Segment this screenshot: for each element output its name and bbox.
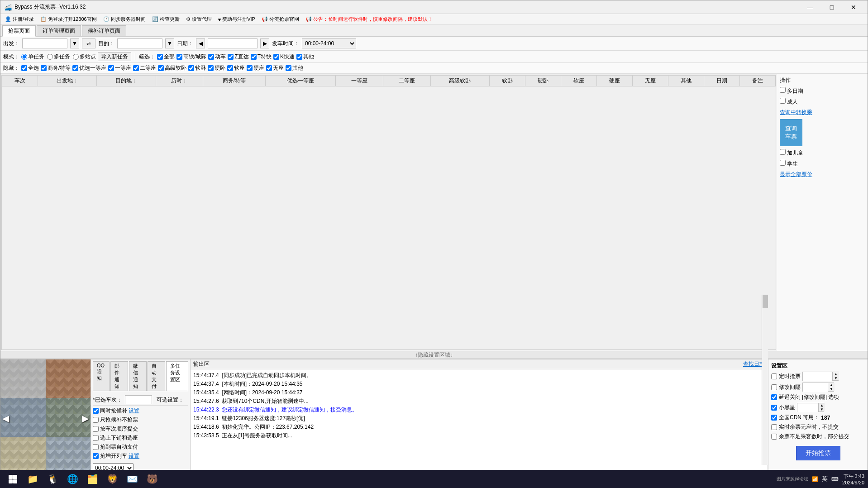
menu-setproxy[interactable]: ⚙ 设置代理: [183, 15, 215, 24]
filter-other-label[interactable]: 其他: [296, 53, 314, 61]
menu-help[interactable]: ♥ 赞助与注册VIP: [215, 15, 258, 24]
add-child-checkbox[interactable]: [780, 149, 786, 155]
filter-gaotie-checkbox[interactable]: [176, 54, 182, 60]
mail-btn[interactable]: ✉️: [123, 471, 141, 487]
order-submit-cb[interactable]: [93, 426, 99, 432]
menu-checkupdate[interactable]: 🔄 检查更新: [149, 15, 182, 24]
date-next-btn[interactable]: ▶: [260, 38, 269, 48]
simu-buy-label[interactable]: 同时抢候补 设置: [93, 407, 188, 415]
ctrl-tab-wechat[interactable]: 微信通知: [129, 361, 147, 391]
hide-biz-label[interactable]: 商务/特等: [41, 64, 71, 72]
order-submit-label[interactable]: 按车次顺序提交: [93, 425, 188, 433]
cdn-close-cb[interactable]: [771, 394, 777, 400]
filter-gaotie-label[interactable]: 高铁/城际: [176, 53, 206, 61]
filter-z-label[interactable]: Z直达: [228, 53, 248, 61]
hide-softbed-label[interactable]: 软卧: [188, 64, 206, 72]
realtime-noseat-cb[interactable]: [771, 424, 777, 430]
ctrl-tab-autopay[interactable]: 自动支付: [148, 361, 165, 391]
menu-official[interactable]: 📢 分流抢票官网: [259, 15, 302, 24]
student-label[interactable]: 学生: [780, 160, 865, 168]
menu-open12306[interactable]: 📋 免登录打开12306官网: [38, 15, 100, 24]
hide-hardbed-label[interactable]: 硬卧: [208, 64, 225, 72]
only-cancel-cb[interactable]: [93, 417, 99, 423]
simu-buy-cb[interactable]: [93, 408, 99, 414]
browser-btn[interactable]: 🦁: [103, 471, 121, 487]
convert-btn[interactable]: 查询中转换乘: [780, 109, 865, 116]
multi-date-label[interactable]: 多日期: [780, 87, 865, 95]
filter-all-checkbox[interactable]: [157, 54, 163, 60]
mode-multi-radio[interactable]: [47, 54, 53, 60]
timed-ticket-up[interactable]: ▲: [833, 372, 839, 376]
auto-pay-label[interactable]: 抢到票自动支付: [93, 443, 188, 451]
app-btn[interactable]: 🐻: [143, 471, 161, 487]
hide-softadvanced-cb[interactable]: [158, 65, 164, 71]
filter-z-checkbox[interactable]: [228, 54, 234, 60]
hide-second-cb[interactable]: [133, 65, 139, 71]
show-all-price-btn[interactable]: 显示全部票价: [780, 171, 865, 178]
tab-orders[interactable]: 订单管理页面: [37, 25, 81, 36]
timed-ticket-cb[interactable]: [771, 373, 777, 379]
auto-pay-cb[interactable]: [93, 444, 99, 450]
more-trains-cb[interactable]: [93, 453, 99, 459]
filter-t-label[interactable]: T特快: [251, 53, 272, 61]
taskbar-input-icon[interactable]: ⌨: [831, 476, 839, 482]
filter-other-checkbox[interactable]: [296, 54, 302, 60]
files-btn[interactable]: 🗂️: [83, 471, 101, 487]
import-task-btn[interactable]: 导入新任务: [98, 52, 131, 61]
hide-biz-cb[interactable]: [41, 65, 47, 71]
timed-ticket-input[interactable]: 05:00:00: [803, 372, 832, 381]
hide-hardseat-cb[interactable]: [247, 65, 253, 71]
date-input[interactable]: 2024-10-04: [208, 38, 258, 48]
student-checkbox[interactable]: [780, 160, 786, 166]
interval-input[interactable]: 1000: [803, 383, 828, 392]
tab-grab[interactable]: 抢票页面: [2, 25, 36, 37]
mode-single-label[interactable]: 单任务: [21, 53, 44, 61]
add-child-label[interactable]: 加儿童: [780, 149, 865, 157]
hide-other2-label[interactable]: 其他: [286, 64, 303, 72]
hide-softbed-cb[interactable]: [188, 65, 194, 71]
settings-divider[interactable]: ↑隐藏设置区域↓: [0, 351, 868, 359]
hide-hardbed-cb[interactable]: [208, 65, 214, 71]
only-cancel-label[interactable]: 只抢候补不抢票: [93, 416, 188, 424]
not-enough-label[interactable]: 余票不足乘客数时，部分提交: [771, 433, 865, 440]
blacklist-up[interactable]: ▲: [819, 403, 825, 407]
interval-down[interactable]: ▼: [828, 387, 835, 391]
blacklist-cb[interactable]: [771, 405, 777, 411]
time-select[interactable]: 00:00-24:00: [302, 38, 356, 48]
filter-dongche-checkbox[interactable]: [208, 54, 214, 60]
file-explorer-btn[interactable]: 📁: [24, 471, 42, 487]
menu-register[interactable]: 👤 注册/登录: [2, 15, 37, 24]
hide-softadvanced-label[interactable]: 高级软卧: [158, 64, 186, 72]
simu-buy-link[interactable]: 设置: [129, 407, 139, 415]
counter-input[interactable]: [125, 395, 152, 404]
mode-multi-label[interactable]: 多任务: [47, 53, 70, 61]
qq-btn[interactable]: 🐧: [43, 471, 62, 487]
timed-ticket-down[interactable]: ▼: [833, 376, 839, 380]
swap-button[interactable]: ⇌: [82, 38, 95, 48]
adult-checkbox[interactable]: [780, 98, 786, 104]
hide-other2-cb[interactable]: [286, 65, 291, 71]
filter-k-label[interactable]: K快速: [273, 53, 295, 61]
close-button[interactable]: ✕: [843, 0, 864, 14]
start-grab-btn[interactable]: 开始抢票: [796, 446, 840, 460]
interval-up[interactable]: ▲: [828, 383, 835, 387]
mode-multistation-label[interactable]: 多站点: [73, 53, 96, 61]
hide-firstplus-cb[interactable]: [72, 65, 78, 71]
hide-all-label[interactable]: 全选: [21, 64, 39, 72]
lower-select-cb[interactable]: [93, 435, 99, 441]
hide-hardseat-label[interactable]: 硬座: [247, 64, 264, 72]
lower-select-label[interactable]: 选上下铺和选座: [93, 434, 188, 442]
hide-softseat-cb[interactable]: [227, 65, 233, 71]
edge-btn[interactable]: 🌐: [63, 471, 81, 487]
realtime-noseat-label[interactable]: 实时余票无座时，不提交: [771, 423, 865, 431]
cdn-close-label[interactable]: 延迟关闭 [修改间隔] 选项: [771, 393, 865, 401]
full-cdn-cb[interactable]: [771, 415, 777, 421]
hide-noseat-label[interactable]: 无座: [266, 64, 284, 72]
modify-interval-cb[interactable]: [771, 384, 777, 390]
filter-k-checkbox[interactable]: [273, 54, 279, 60]
tab-supplementary[interactable]: 候补订单页面: [82, 25, 126, 36]
mode-multistation-radio[interactable]: [73, 54, 79, 60]
taskbar-clock[interactable]: 下午 3:43 2024/9/20: [842, 473, 864, 485]
filter-t-checkbox[interactable]: [251, 54, 257, 60]
to-input[interactable]: [117, 38, 162, 48]
